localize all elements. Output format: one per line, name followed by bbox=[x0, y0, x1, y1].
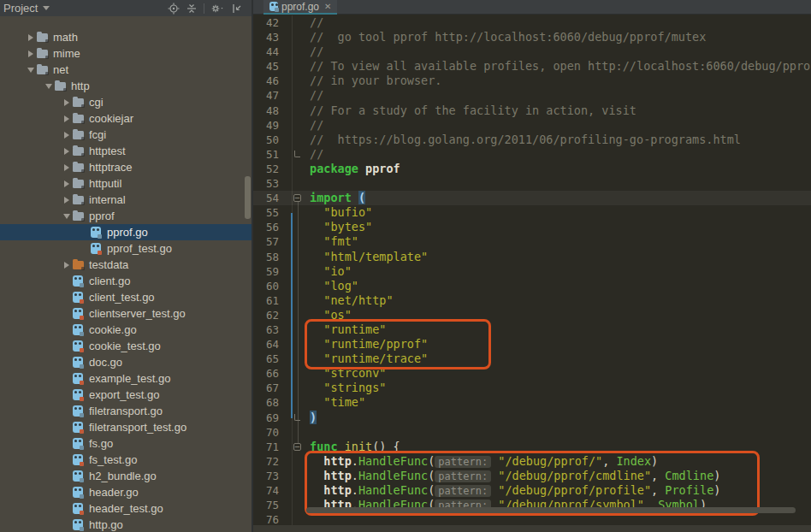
tree-item-cookiejar[interactable]: cookiejar bbox=[0, 110, 252, 127]
tree-item-cgi[interactable]: cgi bbox=[0, 94, 252, 110]
chevron-right-icon[interactable] bbox=[64, 99, 69, 106]
tree-item-httptrace[interactable]: httptrace bbox=[0, 159, 252, 175]
code-line-48[interactable]: 48// For a study of the facility in acti… bbox=[253, 103, 811, 118]
code-line-56[interactable]: 56 "bytes" bbox=[253, 220, 811, 234]
fold-marker-icon[interactable]: – bbox=[293, 443, 301, 451]
code-line-57[interactable]: 57 "fmt" bbox=[253, 234, 811, 249]
code-line-58[interactable]: 58 "html/template" bbox=[253, 250, 811, 264]
code-line-53[interactable]: 53 bbox=[253, 176, 811, 191]
code-line-68[interactable]: 68 "time" bbox=[253, 395, 811, 410]
code-line-71[interactable]: 71–func init() { bbox=[253, 440, 811, 454]
chevron-down-icon[interactable] bbox=[27, 68, 34, 73]
tree-item-testdata[interactable]: testdata bbox=[0, 257, 252, 273]
chevron-right-icon[interactable] bbox=[64, 115, 69, 122]
chevron-right-icon[interactable] bbox=[28, 34, 33, 41]
code-line-69[interactable]: 69) bbox=[253, 411, 811, 425]
tree-item-example-test-go[interactable]: example_test.go bbox=[0, 370, 252, 387]
code-line-60[interactable]: 60 "log" bbox=[253, 279, 811, 293]
go-file-icon bbox=[91, 227, 101, 238]
code-line-47[interactable]: 47// bbox=[253, 88, 811, 103]
tree-item-fs-test-go[interactable]: fs_test.go bbox=[0, 452, 252, 468]
fold-marker-icon[interactable] bbox=[294, 151, 300, 157]
tree-item-header-go[interactable]: header.go bbox=[0, 484, 252, 500]
chevron-right-icon[interactable] bbox=[64, 180, 69, 187]
tree-item-net[interactable]: net bbox=[0, 62, 252, 78]
tree-item-httptest[interactable]: httptest bbox=[0, 143, 252, 159]
code-line-54[interactable]: 54–import ( bbox=[253, 191, 811, 205]
code-line-45[interactable]: 45// To view all available profiles, ope… bbox=[253, 59, 811, 74]
code-line-61[interactable]: 61 "net/http" bbox=[253, 293, 811, 308]
tab-close-icon[interactable]: ✕ bbox=[324, 2, 331, 11]
tree-item-clientserver-test-go[interactable]: clientserver_test.go bbox=[0, 305, 252, 322]
code-line-49[interactable]: 49// bbox=[253, 118, 811, 133]
code-editor[interactable]: 42//43// go tool pprof http://localhost:… bbox=[253, 15, 811, 532]
project-tree-scrollbar[interactable] bbox=[245, 176, 251, 219]
chevron-right-icon[interactable] bbox=[28, 50, 33, 57]
tree-item-math[interactable]: math bbox=[0, 29, 252, 45]
tree-item-label: internal bbox=[89, 193, 126, 206]
chevron-down-icon[interactable] bbox=[63, 214, 70, 219]
tree-item-pprof-go[interactable]: pprof.go bbox=[0, 224, 252, 240]
chevron-right-icon[interactable] bbox=[64, 148, 69, 155]
chevron-right-icon[interactable] bbox=[64, 262, 69, 269]
tree-item-client-go[interactable]: client.go bbox=[0, 273, 252, 289]
code-line-74[interactable]: 74 http.HandleFunc(pattern: "/debug/ppro… bbox=[253, 483, 811, 498]
tree-item-export-test-go[interactable]: export_test.go bbox=[0, 387, 252, 403]
chevron-right-icon[interactable] bbox=[64, 164, 69, 171]
locate-icon[interactable] bbox=[168, 3, 180, 15]
code-line-64[interactable]: 64 "runtime/pprof" bbox=[253, 337, 811, 352]
horizontal-scrollbar[interactable] bbox=[306, 507, 796, 513]
hide-panel-icon[interactable] bbox=[231, 3, 243, 15]
code-line-55[interactable]: 55 "bufio" bbox=[253, 205, 811, 220]
parameter-hint: pattern: bbox=[435, 470, 491, 482]
tree-item-header-test-go[interactable]: header_test.go bbox=[0, 500, 252, 517]
line-number: 52 bbox=[253, 162, 292, 176]
code-line-59[interactable]: 59 "io" bbox=[253, 264, 811, 279]
code-line-70[interactable]: 70 bbox=[253, 425, 811, 440]
code-line-51[interactable]: 51// bbox=[253, 147, 811, 162]
collapse-all-icon[interactable] bbox=[186, 3, 198, 15]
fold-marker-icon[interactable]: – bbox=[293, 194, 301, 202]
tab-pprof-go[interactable]: pprof.go ✕ bbox=[263, 0, 337, 15]
code-line-65[interactable]: 65 "runtime/trace" bbox=[253, 352, 811, 366]
tree-item-doc-go[interactable]: doc.go bbox=[0, 354, 252, 370]
tree-item-cookie-test-go[interactable]: cookie_test.go bbox=[0, 338, 252, 354]
tree-item-label: filetransport_test.go bbox=[89, 421, 186, 434]
fold-marker-icon[interactable] bbox=[294, 414, 300, 421]
tree-item-pprof-test-go[interactable]: pprof_test.go bbox=[0, 240, 252, 257]
code-line-63[interactable]: 63 "runtime" bbox=[253, 322, 811, 337]
chevron-down-icon[interactable] bbox=[45, 84, 52, 89]
code-line-52[interactable]: 52package pprof bbox=[253, 162, 811, 176]
tree-item-fs-go[interactable]: fs.go bbox=[0, 435, 252, 452]
code-line-50[interactable]: 50// https://blog.golang.org/2011/06/pro… bbox=[253, 133, 811, 147]
code-line-44[interactable]: 44// bbox=[253, 44, 811, 59]
line-number: 57 bbox=[253, 234, 292, 249]
tree-item-filetransport-go[interactable]: filetransport.go bbox=[0, 403, 252, 419]
code-line-66[interactable]: 66 "strconv" bbox=[253, 366, 811, 381]
tree-item-mime[interactable]: mime bbox=[0, 45, 252, 62]
chevron-right-icon[interactable] bbox=[64, 197, 69, 204]
tree-item-client-test-go[interactable]: client_test.go bbox=[0, 289, 252, 305]
code-line-62[interactable]: 62 "os" bbox=[253, 308, 811, 322]
code-line-73[interactable]: 73 http.HandleFunc(pattern: "/debug/ppro… bbox=[253, 469, 811, 483]
tree-item-pprof[interactable]: pprof bbox=[0, 208, 252, 224]
code-line-42[interactable]: 42// bbox=[253, 15, 811, 30]
tree-item-internal[interactable]: internal bbox=[0, 192, 252, 208]
chevron-right-icon[interactable] bbox=[64, 132, 69, 139]
tree-item-label: example_test.go bbox=[89, 372, 170, 385]
code-line-43[interactable]: 43// go tool pprof http://localhost:6060… bbox=[253, 30, 811, 44]
tree-item-http-go[interactable]: http.go bbox=[0, 517, 252, 532]
tree-item-http[interactable]: http bbox=[0, 78, 252, 94]
go-file-icon bbox=[73, 519, 83, 530]
settings-gear-icon[interactable] bbox=[210, 3, 225, 15]
code-line-46[interactable]: 46// in your browser. bbox=[253, 74, 811, 88]
tree-item-fcgi[interactable]: fcgi bbox=[0, 127, 252, 143]
tree-item-h2-bundle-go[interactable]: h2_bundle.go bbox=[0, 468, 252, 484]
tree-item-httputil[interactable]: httputil bbox=[0, 175, 252, 192]
project-tool-window-selector[interactable]: Project bbox=[3, 2, 50, 15]
code-line-72[interactable]: 72 http.HandleFunc(pattern: "/debug/ppro… bbox=[253, 454, 811, 469]
tree-item-filetransport-test-go[interactable]: filetransport_test.go bbox=[0, 419, 252, 435]
code-text: // bbox=[305, 15, 323, 30]
tree-item-cookie-go[interactable]: cookie.go bbox=[0, 322, 252, 338]
code-line-67[interactable]: 67 "strings" bbox=[253, 381, 811, 395]
